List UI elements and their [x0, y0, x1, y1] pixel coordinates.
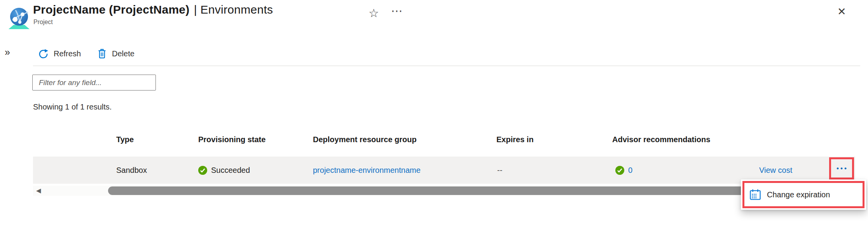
annotation-highlight-menu: Change expiration: [742, 181, 865, 208]
column-header-provisioning-state: Provisioning state: [198, 135, 265, 144]
resource-type-label: Project: [33, 19, 53, 26]
resource-name: ProjectName (ProjectName): [33, 3, 190, 16]
cell-deployment-resource-group: projectname-environmentname: [313, 157, 421, 184]
success-check-icon: [198, 166, 207, 175]
menu-item-change-expiration[interactable]: Change expiration: [744, 183, 863, 206]
type-value: Sandbox: [116, 166, 147, 175]
success-check-icon: [615, 166, 624, 175]
trash-icon: [97, 48, 107, 59]
provisioning-state-value: Succeeded: [211, 166, 250, 175]
scroll-left-arrow-icon[interactable]: ◀: [36, 188, 41, 194]
delete-button[interactable]: Delete: [97, 48, 134, 59]
cell-advisor-recommendations: 0: [615, 157, 632, 184]
calendar-icon: [749, 189, 761, 200]
column-header-advisor-recommendations: Advisor recommendations: [612, 135, 710, 144]
horizontal-scrollbar[interactable]: ◀: [33, 186, 855, 196]
expires-in-value: --: [497, 166, 502, 175]
column-header-type: Type: [116, 135, 134, 144]
table-row: Sandbox Succeeded projectname-environmen…: [33, 157, 855, 184]
context-menu: Change expiration: [741, 179, 866, 210]
row-more-icon[interactable]: •••: [831, 159, 852, 178]
refresh-icon: [38, 49, 49, 59]
results-summary: Showing 1 of 1 results.: [33, 103, 112, 111]
annotation-highlight-more: •••: [829, 157, 854, 179]
header-more-icon[interactable]: ⋯: [391, 4, 403, 17]
column-header-expires-in: Expires in: [496, 135, 534, 144]
filter-input[interactable]: [32, 75, 156, 91]
toolbar-divider: [33, 66, 860, 66]
blade-name: | Environments: [194, 3, 273, 16]
cell-expires-in: --: [497, 157, 502, 184]
project-icon: [7, 5, 31, 30]
expand-menu-icon[interactable]: »: [5, 47, 10, 58]
favorite-star-icon[interactable]: ☆: [369, 6, 379, 20]
command-bar: Refresh Delete: [38, 46, 134, 61]
column-header-deployment-resource-group: Deployment resource group: [313, 135, 417, 144]
close-icon[interactable]: ✕: [837, 5, 846, 18]
resource-group-link[interactable]: projectname-environmentname: [313, 166, 421, 175]
refresh-button[interactable]: Refresh: [38, 49, 81, 59]
cell-provisioning-state: Succeeded: [198, 157, 250, 184]
scrollbar-thumb[interactable]: [108, 186, 775, 195]
view-cost-link[interactable]: View cost: [759, 166, 792, 175]
refresh-label: Refresh: [54, 49, 81, 58]
cell-type: Sandbox: [116, 157, 147, 184]
advisor-recommendations-link[interactable]: 0: [628, 166, 632, 175]
menu-item-label: Change expiration: [767, 190, 830, 199]
environments-blade: ProjectName (ProjectName) | Environments…: [0, 0, 868, 235]
page-title: ProjectName (ProjectName) | Environments: [33, 3, 273, 16]
delete-label: Delete: [112, 49, 134, 58]
